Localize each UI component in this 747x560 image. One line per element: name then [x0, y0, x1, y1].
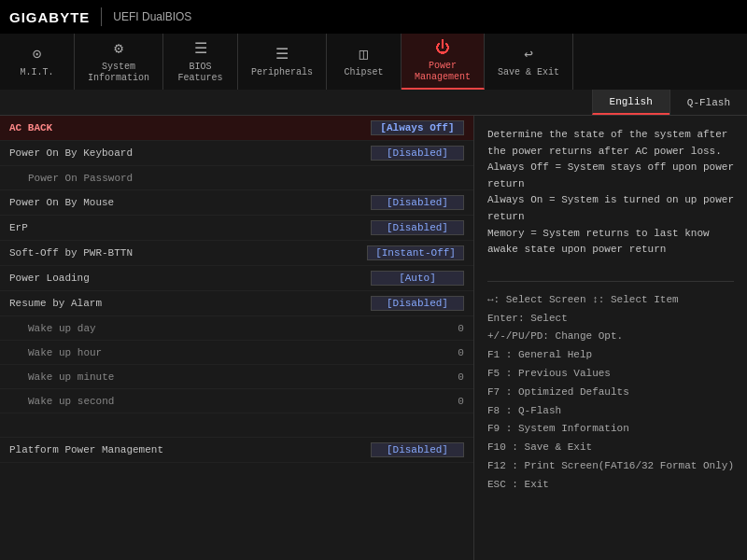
tab-mit-label: M.I.T. [20, 67, 53, 78]
setting-power-on-keyboard-value: [Disabled] [371, 146, 464, 161]
shortcut-f1: F1 : General Help [487, 346, 734, 365]
help-description: Determine the state of the system after … [487, 127, 734, 259]
setting-ac-back-value: [Always Off] [371, 120, 464, 135]
setting-wake-up-hour-name: Wake up hour [9, 347, 371, 358]
shortcut-f9: F9 : System Information [487, 420, 734, 439]
setting-wake-up-minute[interactable]: Wake up minute 0 [0, 365, 473, 389]
tab-system-info-label: SystemInformation [88, 62, 149, 84]
help-divider [487, 281, 734, 282]
setting-wake-up-day[interactable]: Wake up day 0 [0, 316, 473, 341]
bios-features-icon: ☰ [194, 39, 207, 58]
setting-erp-name: ErP [9, 222, 371, 233]
setting-spacer [0, 413, 473, 438]
setting-platform-power-value: [Disabled] [371, 442, 464, 457]
tab-peripherals-label: Peripherals [251, 67, 313, 78]
setting-erp[interactable]: ErP [Disabled] [0, 216, 473, 241]
setting-wake-up-day-value: 0 [371, 323, 464, 334]
nav-tabs-container: ⊙ M.I.T. ⚙ SystemInformation ☰ BIOSFeatu… [0, 34, 747, 90]
setting-platform-power-name: Platform Power Management [9, 444, 371, 455]
setting-power-on-mouse-name: Power On By Mouse [9, 197, 371, 208]
shortcut-f7: F7 : Optimized Defaults [487, 384, 734, 402]
setting-power-on-mouse[interactable]: Power On By Mouse [Disabled] [0, 190, 473, 216]
setting-wake-up-day-name: Wake up day [9, 323, 371, 334]
chipset-icon: ◫ [359, 45, 369, 63]
save-exit-icon: ↩ [524, 45, 533, 63]
setting-power-loading-value: [Auto] [371, 271, 464, 286]
mit-icon: ⊙ [33, 45, 42, 63]
setting-wake-up-second-value: 0 [371, 396, 464, 407]
tab-peripherals[interactable]: ☰ Peripherals [238, 34, 327, 90]
setting-power-on-mouse-value: [Disabled] [371, 195, 464, 210]
setting-soft-off-pwr-value: [Instant-Off] [367, 245, 464, 260]
sub-tab-qflash-label: Q-Flash [687, 97, 730, 108]
setting-wake-up-second-name: Wake up second [9, 396, 371, 407]
setting-wake-up-minute-value: 0 [371, 371, 464, 383]
setting-power-loading[interactable]: Power Loading [Auto] [0, 266, 473, 291]
setting-wake-up-minute-name: Wake up minute [9, 371, 371, 383]
main-content: AC BACK [Always Off] Power On By Keyboar… [0, 116, 747, 560]
tab-system-information[interactable]: ⚙ SystemInformation [75, 34, 163, 90]
setting-power-on-keyboard[interactable]: Power On By Keyboard [Disabled] [0, 141, 473, 166]
setting-resume-by-alarm-value: [Disabled] [371, 296, 464, 311]
setting-power-loading-name: Power Loading [9, 273, 371, 284]
tab-save-exit[interactable]: ↩ Save & Exit [485, 34, 573, 90]
tab-save-exit-label: Save & Exit [498, 67, 559, 78]
brand-logo: GIGABYTE [9, 9, 90, 25]
shortcut-f5: F5 : Previous Values [487, 365, 734, 384]
shortcut-esc: ESC : Exit [487, 476, 734, 495]
bios-type-label: UEFI DualBIOS [113, 10, 191, 23]
setting-soft-off-pwr-name: Soft-Off by PWR-BTTN [9, 247, 367, 259]
setting-resume-by-alarm-name: Resume by Alarm [9, 298, 371, 309]
sub-tab-english-label: English [610, 96, 653, 107]
setting-ac-back[interactable]: AC BACK [Always Off] [0, 116, 473, 141]
setting-power-on-keyboard-name: Power On By Keyboard [9, 147, 371, 159]
tab-chipset-label: Chipset [345, 67, 384, 78]
setting-power-on-password[interactable]: Power On Password [0, 166, 473, 190]
tab-mit[interactable]: ⊙ M.I.T. [0, 34, 75, 90]
sub-tab-qflash[interactable]: Q-Flash [669, 90, 747, 115]
setting-platform-power[interactable]: Platform Power Management [Disabled] [0, 438, 473, 463]
tab-power-management-label: PowerManagement [415, 61, 471, 83]
shortcut-list: ↔: Select Screen ↕: Select Item Enter: S… [487, 291, 734, 495]
shortcut-enter: Enter: Select [487, 310, 734, 329]
sub-tab-english[interactable]: English [592, 90, 669, 115]
sub-header: English Q-Flash [0, 90, 747, 116]
setting-wake-up-hour-value: 0 [371, 347, 464, 358]
header-separator [101, 7, 102, 26]
setting-wake-up-hour[interactable]: Wake up hour 0 [0, 341, 473, 365]
tab-bios-features[interactable]: ☰ BIOSFeatures [163, 34, 238, 90]
header-bar: GIGABYTE UEFI DualBIOS [0, 0, 747, 34]
setting-resume-by-alarm[interactable]: Resume by Alarm [Disabled] [0, 291, 473, 316]
tab-bios-features-label: BIOSFeatures [178, 62, 223, 84]
help-panel: Determine the state of the system after … [474, 116, 747, 560]
setting-ac-back-name: AC BACK [9, 122, 371, 133]
power-icon: ⏻ [435, 39, 450, 57]
shortcut-f12: F12 : Print Screen(FAT16/32 Format Only) [487, 457, 734, 476]
peripherals-icon: ☰ [275, 45, 289, 63]
tab-power-management[interactable]: ⏻ PowerManagement [402, 34, 485, 90]
shortcut-f8: F8 : Q-Flash [487, 402, 734, 421]
system-info-icon: ⚙ [114, 39, 123, 58]
setting-soft-off-pwr[interactable]: Soft-Off by PWR-BTTN [Instant-Off] [0, 241, 473, 266]
shortcut-change-opt: +/-/PU/PD: Change Opt. [487, 328, 734, 346]
shortcut-f10: F10 : Save & Exit [487, 439, 734, 457]
settings-panel: AC BACK [Always Off] Power On By Keyboar… [0, 116, 474, 560]
tab-chipset[interactable]: ◫ Chipset [327, 34, 402, 90]
setting-erp-value: [Disabled] [371, 220, 464, 235]
shortcut-select-screen: ↔: Select Screen ↕: Select Item [487, 291, 734, 310]
setting-power-on-password-name: Power On Password [9, 173, 464, 184]
setting-wake-up-second[interactable]: Wake up second 0 [0, 389, 473, 413]
